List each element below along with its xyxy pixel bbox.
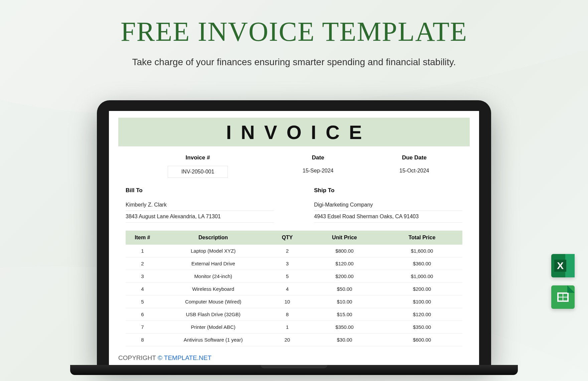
copyright-prefix: COPYRIGHT — [118, 354, 158, 361]
col-desc: Description — [159, 231, 267, 245]
bill-to-label: Bill To — [126, 187, 274, 194]
cell-qty: 10 — [267, 295, 307, 308]
bill-to-block: Bill To Kimberly Z. Clark 3843 August La… — [126, 187, 274, 223]
invoice-header-banner: INVOICE — [118, 118, 470, 146]
cell-qty: 4 — [267, 283, 307, 295]
invoice-number-value: INV-2050-001 — [168, 166, 228, 178]
cell-unit: $30.00 — [307, 334, 382, 346]
invoice-meta-row: Invoice # INV-2050-001 Date 15-Sep-2024 … — [126, 154, 462, 178]
subtitle: Take charge of your finances ensuring sm… — [0, 57, 588, 68]
table-row: 2External Hard Drive3$120.00$360.00 — [126, 257, 462, 270]
excel-icon[interactable]: X — [551, 254, 575, 277]
bill-to-address: 3843 August Lane Alexandria, LA 71301 — [126, 211, 274, 223]
col-qty: QTY — [267, 231, 307, 245]
ship-to-label: Ship To — [314, 187, 462, 194]
due-date-label: Due Date — [366, 154, 462, 161]
cell-total: $1,000.00 — [382, 270, 462, 283]
cell-desc: Wireless Keyboard — [159, 283, 267, 295]
bill-to-name: Kimberly Z. Clark — [126, 199, 274, 211]
cell-unit: $800.00 — [307, 245, 382, 257]
cell-qty: 3 — [267, 257, 307, 270]
cell-n: 4 — [126, 283, 159, 295]
invoice-number-col: Invoice # INV-2050-001 — [126, 154, 270, 178]
cell-total: $600.00 — [382, 334, 462, 346]
cell-total: $350.00 — [382, 321, 462, 334]
date-value: 15-Sep-2024 — [270, 166, 366, 176]
table-row: 1Laptop (Model XYZ)2$800.00$1,600.00 — [126, 245, 462, 257]
parties-row: Bill To Kimberly Z. Clark 3843 August La… — [126, 187, 462, 223]
cell-n: 1 — [126, 245, 159, 257]
cell-n: 6 — [126, 308, 159, 321]
cell-qty: 2 — [267, 245, 307, 257]
table-row: 5Computer Mouse (Wired)10$10.00$100.00 — [126, 295, 462, 308]
cell-total: $200.00 — [382, 283, 462, 295]
side-icons: X — [551, 254, 575, 309]
col-total: Total Price — [382, 231, 462, 245]
table-row: 4Wireless Keyboard4$50.00$200.00 — [126, 283, 462, 295]
cell-unit: $10.00 — [307, 295, 382, 308]
cell-desc: External Hard Drive — [159, 257, 267, 270]
google-sheets-icon[interactable] — [551, 285, 575, 309]
cell-unit: $350.00 — [307, 321, 382, 334]
items-table: Item # Description QTY Unit Price Total … — [126, 231, 462, 346]
cell-unit: $120.00 — [307, 257, 382, 270]
cell-n: 8 — [126, 334, 159, 346]
cell-desc: Monitor (24-inch) — [159, 270, 267, 283]
ship-to-block: Ship To Digi-Marketing Company 4943 Edse… — [314, 187, 462, 223]
col-item: Item # — [126, 231, 159, 245]
cell-total: $100.00 — [382, 295, 462, 308]
laptop-base — [70, 365, 518, 375]
cell-n: 3 — [126, 270, 159, 283]
sheets-grid-glyph — [557, 292, 569, 302]
cell-qty: 20 — [267, 334, 307, 346]
cell-qty: 5 — [267, 270, 307, 283]
laptop-screen: INVOICE Invoice # INV-2050-001 Date 15-S… — [109, 111, 479, 365]
laptop-mockup: INVOICE Invoice # INV-2050-001 Date 15-S… — [97, 100, 491, 375]
cell-total: $1,600.00 — [382, 245, 462, 257]
col-unit: Unit Price — [307, 231, 382, 245]
copyright: COPYRIGHT © TEMPLATE.NET — [118, 354, 211, 362]
invoice-header-text: INVOICE — [217, 121, 372, 143]
cell-qty: 1 — [267, 321, 307, 334]
cell-unit: $15.00 — [307, 308, 382, 321]
ship-to-name: Digi-Marketing Company — [314, 199, 462, 211]
date-col: Date 15-Sep-2024 — [270, 154, 366, 178]
due-date-col: Due Date 15-Oct-2024 — [366, 154, 462, 178]
excel-x-glyph: X — [554, 260, 566, 272]
page-title: FREE INVOICE TEMPLATE — [0, 16, 588, 47]
cell-unit: $50.00 — [307, 283, 382, 295]
cell-n: 7 — [126, 321, 159, 334]
invoice-number-label: Invoice # — [126, 154, 270, 161]
table-row: 3Monitor (24-inch)5$200.00$1,000.00 — [126, 270, 462, 283]
cell-desc: Computer Mouse (Wired) — [159, 295, 267, 308]
table-header-row: Item # Description QTY Unit Price Total … — [126, 231, 462, 245]
laptop-frame: INVOICE Invoice # INV-2050-001 Date 15-S… — [97, 100, 491, 365]
table-row: 6USB Flash Drive (32GB)8$15.00$120.00 — [126, 308, 462, 321]
cell-desc: Printer (Model ABC) — [159, 321, 267, 334]
cell-total: $120.00 — [382, 308, 462, 321]
cell-total: $360.00 — [382, 257, 462, 270]
cell-desc: USB Flash Drive (32GB) — [159, 308, 267, 321]
cell-n: 5 — [126, 295, 159, 308]
cell-desc: Laptop (Model XYZ) — [159, 245, 267, 257]
due-date-value: 15-Oct-2024 — [366, 166, 462, 176]
copyright-link[interactable]: © TEMPLATE.NET — [158, 354, 211, 361]
cell-unit: $200.00 — [307, 270, 382, 283]
table-row: 7Printer (Model ABC)1$350.00$350.00 — [126, 321, 462, 334]
date-label: Date — [270, 154, 366, 161]
cell-desc: Antivirus Software (1 year) — [159, 334, 267, 346]
cell-qty: 8 — [267, 308, 307, 321]
ship-to-address: 4943 Edsel Road Sherman Oaks, CA 91403 — [314, 211, 462, 223]
table-row: 8Antivirus Software (1 year)20$30.00$600… — [126, 334, 462, 346]
cell-n: 2 — [126, 257, 159, 270]
